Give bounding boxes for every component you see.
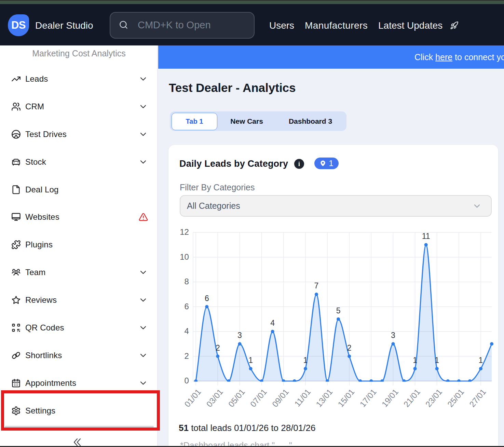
svg-text:21/01: 21/01 (402, 387, 422, 409)
svg-text:6: 6 (205, 294, 209, 303)
svg-text:3: 3 (391, 331, 395, 340)
svg-text:2: 2 (347, 343, 352, 352)
svg-text:6: 6 (185, 302, 189, 311)
svg-text:23/01: 23/01 (424, 387, 444, 409)
svg-text:1: 1 (435, 356, 439, 365)
svg-text:7: 7 (314, 281, 319, 290)
svg-text:3: 3 (237, 331, 242, 340)
svg-text:13/01: 13/01 (314, 387, 334, 409)
svg-text:07/01: 07/01 (248, 387, 269, 409)
svg-text:03/01: 03/01 (204, 387, 224, 409)
svg-text:5: 5 (336, 306, 341, 315)
svg-text:1: 1 (303, 356, 308, 365)
svg-text:25/01: 25/01 (446, 387, 466, 409)
svg-text:12: 12 (180, 227, 189, 236)
svg-text:27/01: 27/01 (467, 387, 488, 409)
svg-text:1: 1 (413, 356, 417, 365)
svg-text:10: 10 (180, 252, 189, 261)
svg-text:8: 8 (185, 277, 189, 286)
svg-text:11: 11 (422, 232, 430, 241)
svg-text:4: 4 (270, 319, 275, 327)
svg-text:01/01: 01/01 (182, 387, 203, 409)
svg-text:17/01: 17/01 (358, 387, 378, 409)
svg-text:1: 1 (479, 356, 483, 365)
svg-text:2: 2 (185, 351, 189, 361)
svg-text:11/01: 11/01 (292, 387, 312, 408)
svg-text:19/01: 19/01 (380, 387, 400, 409)
svg-text:0: 0 (185, 376, 189, 385)
svg-text:15/01: 15/01 (336, 387, 356, 409)
svg-text:09/01: 09/01 (270, 387, 290, 409)
svg-text:2: 2 (216, 343, 220, 352)
svg-text:05/01: 05/01 (227, 387, 247, 409)
svg-text:4: 4 (185, 326, 189, 336)
svg-text:1: 1 (248, 356, 253, 365)
